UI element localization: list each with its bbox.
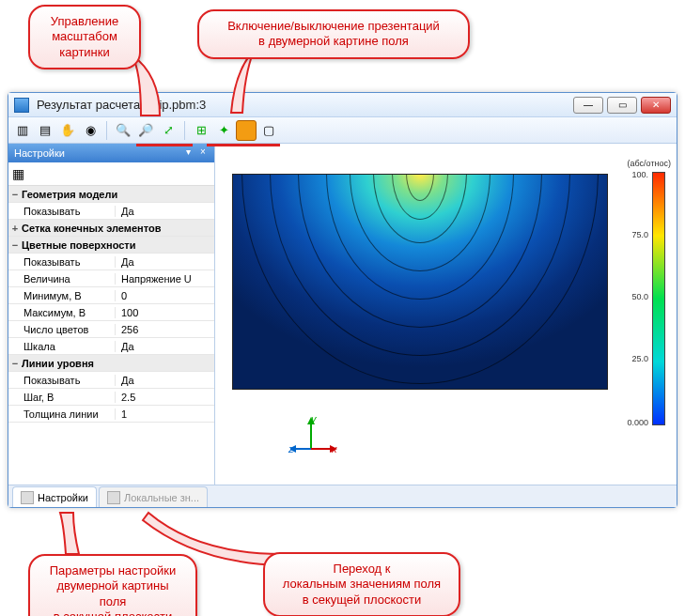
collapse-icon[interactable]: −	[8, 189, 22, 200]
prop-key: Толщина линии	[22, 408, 116, 420]
prop-key: Показывать	[22, 375, 116, 386]
tool-page-icon[interactable]: ▥	[12, 120, 33, 141]
prop-val[interactable]: 2.5	[116, 392, 214, 403]
canvas-area[interactable]: y x z (абс/относ) 100. 75.0 50.0 25.0 0.…	[215, 144, 677, 485]
prop-val[interactable]: 1	[116, 408, 214, 420]
prop-val[interactable]: Напряжение U	[116, 273, 214, 285]
colorbar	[652, 172, 665, 425]
tab-local-values[interactable]: Локальные зн...	[99, 486, 208, 507]
callout-zoom-text: Управлениемасштабомкартинки	[51, 14, 118, 59]
present-grid-icon[interactable]: ⊞	[191, 120, 211, 141]
sidebar: Настройки ▾ × ▦ −Геометрия модели Показы…	[8, 144, 215, 485]
local-tab-icon	[107, 491, 120, 504]
sidebar-header: Настройки ▾ ×	[8, 144, 214, 162]
axis-x-label: x	[332, 443, 337, 454]
toolbar-separator	[106, 121, 107, 140]
redbar-zoom	[136, 144, 193, 146]
toolbar: ▥ ▤ ✋ ◉ 🔍 🔎 ⤢ ⊞ ✦ ▢	[8, 117, 677, 144]
cat-mesh: Сетка конечных элементов	[22, 223, 161, 234]
collapse-icon[interactable]: −	[8, 239, 22, 251]
expand-icon[interactable]: +	[8, 223, 22, 234]
prop-val[interactable]: 256	[116, 324, 214, 335]
panel-close-icon[interactable]: ×	[197, 147, 209, 159]
toolbar-separator	[184, 121, 185, 140]
prop-val[interactable]: Да	[116, 341, 214, 352]
settings-tab-icon	[21, 491, 34, 504]
app-window: Результат расчета Strip.pbm:3 — ▭ ✕ ▥ ▤ …	[8, 92, 677, 508]
colorbar-tick: 75.0	[631, 230, 648, 239]
tool-hand-icon[interactable]: ✋	[57, 120, 78, 141]
colorbar-tick: 25.0	[631, 354, 648, 363]
prop-val[interactable]: Да	[116, 206, 214, 217]
axis-y-label: y	[311, 413, 317, 424]
tab-settings[interactable]: Настройки	[12, 486, 97, 507]
prop-key: Показывать	[22, 256, 116, 268]
bottom-tabs: Настройки Локальные зн...	[8, 485, 677, 507]
panel-dropdown-icon[interactable]: ▾	[182, 147, 194, 159]
colorbar-unit: (абс/относ)	[628, 159, 671, 168]
tab-settings-label: Настройки	[38, 492, 88, 503]
isolines	[233, 175, 607, 389]
tab-local-label: Локальные зн...	[124, 492, 199, 503]
callout-localvals-text: Переход клокальным значениям поляв секущ…	[283, 562, 441, 607]
prop-val[interactable]: Да	[116, 256, 214, 268]
present-fill-icon[interactable]	[236, 120, 257, 141]
present-cross-icon[interactable]: ✦	[213, 120, 234, 141]
sidebar-title: Настройки	[14, 147, 65, 159]
callout-localvals: Переход клокальным значениям поляв секущ…	[263, 552, 460, 616]
property-grid: −Геометрия модели ПоказыватьДа +Сетка ко…	[8, 186, 214, 485]
field-plot[interactable]	[232, 174, 608, 390]
axis-z-label: z	[288, 443, 294, 454]
tool-doc-icon[interactable]: ▤	[35, 120, 55, 141]
redbar-pres	[207, 144, 280, 146]
grid-view-icon[interactable]: ▦	[12, 166, 24, 181]
prop-key: Число цветов	[22, 324, 116, 335]
tool-colorwheel-icon[interactable]: ◉	[80, 120, 101, 141]
callout-settings: Параметры настройкидвумерной картины пол…	[28, 554, 197, 616]
prop-key: Величина	[22, 273, 116, 285]
titlebar[interactable]: Результат расчета Strip.pbm:3 — ▭ ✕	[8, 93, 677, 117]
prop-key: Минимум, В	[22, 290, 116, 301]
prop-key: Шаг, В	[22, 392, 116, 403]
callout-settings-text: Параметры настройкидвумерной картины пол…	[50, 563, 176, 616]
prop-val[interactable]: 100	[116, 307, 214, 318]
cat-geometry: Геометрия модели	[22, 189, 117, 200]
prop-val[interactable]: Да	[116, 375, 214, 386]
colorbar-tick: 100.	[631, 170, 648, 179]
cat-surfaces: Цветные поверхности	[22, 239, 136, 251]
app-icon	[14, 98, 29, 113]
prop-val[interactable]: 0	[116, 290, 214, 301]
present-outline-icon[interactable]: ▢	[258, 120, 279, 141]
cat-lines: Линии уровня	[22, 358, 94, 369]
colorbar-tick: 0.000	[627, 418, 648, 427]
colorbar-tick: 50.0	[631, 292, 648, 301]
callout-presentations: Включение/выключение презентацийв двумер…	[197, 9, 470, 59]
close-button[interactable]: ✕	[641, 97, 671, 114]
axes-triad: y x z	[290, 417, 337, 464]
maximize-button[interactable]: ▭	[607, 97, 637, 114]
prop-key: Шкала	[22, 341, 116, 352]
prop-key: Показывать	[22, 206, 116, 217]
prop-key: Максимум, В	[22, 307, 116, 318]
callout-presentations-text: Включение/выключение презентацийв двумер…	[227, 19, 440, 48]
callout-zoom: Управлениемасштабомкартинки	[28, 5, 141, 69]
minimize-button[interactable]: —	[573, 97, 603, 114]
collapse-icon[interactable]: −	[8, 358, 22, 369]
